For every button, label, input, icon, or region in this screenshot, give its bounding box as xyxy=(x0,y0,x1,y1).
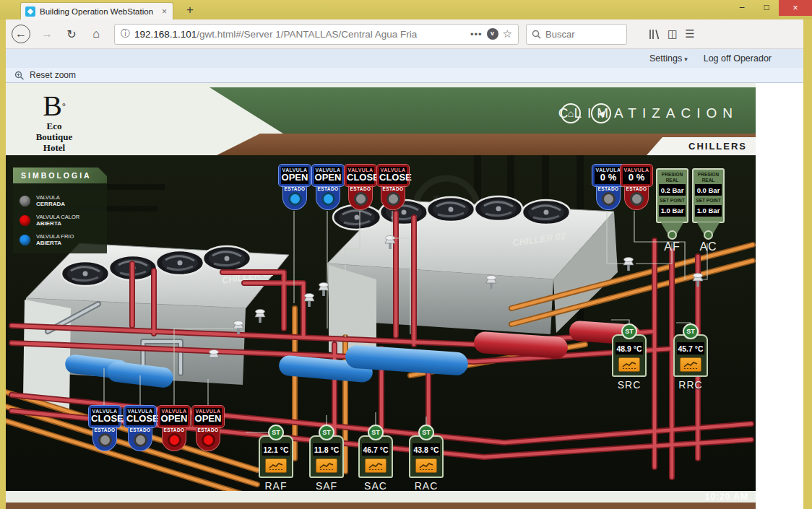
clock: 10:20 AM xyxy=(705,492,748,502)
valve-status-indicator xyxy=(602,192,616,206)
panel-node xyxy=(704,230,713,240)
temperature-value: 46.7 °C xyxy=(362,443,389,456)
valve-tag-chiller1-heat-1[interactable]: VALVULAOPEN ESTADO xyxy=(158,406,190,451)
valve-status-indicator xyxy=(288,192,302,206)
valve-tag-analog-cold[interactable]: VALVULA0 % ESTADO xyxy=(592,165,624,210)
sensor-tag-label: SRC xyxy=(612,379,647,391)
legend-panel: SIMBOLOGIA VALVULACERRADA VALVULA CALORA… xyxy=(13,168,107,253)
reset-zoom-label: Reset zoom xyxy=(30,70,76,80)
forward-button[interactable]: → xyxy=(36,23,58,45)
valve-tag-chiller2-heat-1[interactable]: VALVULACLOSE ESTADO xyxy=(345,165,376,210)
valve-tag-chiller1-heat-2[interactable]: VALVULAOPEN ESTADO xyxy=(192,406,224,451)
legend-item-closed: VALVULACERRADA xyxy=(20,194,103,207)
sensor-type-badge: ST xyxy=(368,425,384,440)
page-actions-icon[interactable]: ••• xyxy=(470,29,483,40)
sensor-tag-label: SAF xyxy=(309,480,344,492)
header-brown-band xyxy=(6,134,756,155)
hotel-logo: B° Eco Boutique Hotel xyxy=(23,92,85,153)
sensor-type-badge: ST xyxy=(319,425,334,440)
pressure-setpoint-value: 1.0 Bar xyxy=(659,205,686,217)
pressure-tag-label: AF xyxy=(656,240,688,253)
settings-caret-icon: ▾ xyxy=(684,56,688,63)
back-button[interactable]: ← xyxy=(12,25,30,43)
reload-button[interactable]: ↻ xyxy=(61,23,82,45)
reset-zoom-bar[interactable]: Reset zoom xyxy=(6,68,803,83)
site-info-icon[interactable]: ⓘ xyxy=(121,27,130,40)
sensor-tag-label: SAC xyxy=(358,480,393,492)
pressure-setpoint-value: 1.0 Bar xyxy=(695,205,722,217)
valve-tag-analog-heat[interactable]: VALVULA0 % ESTADO xyxy=(621,165,652,210)
search-box[interactable] xyxy=(526,24,627,45)
trend-button[interactable] xyxy=(365,458,386,473)
browser-toolbar: ← → ↻ ⌂ ⓘ 192.168.1.101/gwt.html#/Server… xyxy=(6,19,803,49)
sensor-tag-label: RAF xyxy=(259,480,293,492)
url-text: 192.168.1.101/gwt.html#/Server 1/PANTALL… xyxy=(134,29,466,40)
hmi-canvas: B° Eco Boutique Hotel ⌂ ◀ CLIMATIZACION … xyxy=(6,83,756,509)
temperature-value: 48.9 °C xyxy=(616,342,643,354)
settings-menu[interactable]: Settings▾ xyxy=(649,53,688,64)
valve-tag-chiller1-cold-2[interactable]: VALVULACLOSE ESTADO xyxy=(124,406,156,451)
pocket-icon[interactable]: v xyxy=(487,28,498,40)
new-tab-button[interactable]: + xyxy=(181,3,199,19)
url-bar[interactable]: ⓘ 192.168.1.101/gwt.html#/Server 1/PANTA… xyxy=(114,24,519,45)
heat-open-valve-dot xyxy=(20,215,30,226)
valve-tag-chiller2-cold-1[interactable]: VALVULAOPEN ESTADO xyxy=(279,165,311,210)
sensor-type-badge: ST xyxy=(268,425,284,440)
panel-node xyxy=(668,230,677,240)
temperature-value: 43.8 °C xyxy=(413,443,440,456)
trend-icon xyxy=(621,360,637,370)
browser-tab[interactable]: Building Operation WebStation × xyxy=(20,2,173,19)
valve-status-indicator xyxy=(630,192,644,206)
session-bar: Settings▾ Log off Operador xyxy=(6,49,803,68)
search-icon xyxy=(532,30,541,39)
pressure-panel-ac[interactable]: PRESION REAL 0.0 Bar SET POINT 1.0 Bar A… xyxy=(692,168,725,253)
trend-button[interactable] xyxy=(265,458,287,473)
sidebar-icon[interactable]: ◫ xyxy=(668,27,678,40)
trend-icon xyxy=(418,461,434,471)
valve-status-indicator xyxy=(134,433,147,447)
library-icon[interactable] xyxy=(649,29,660,40)
pressure-panel-af[interactable]: PRESION REAL 0.2 Bar SET POINT 1.0 Bar A… xyxy=(656,168,688,253)
valve-status-indicator xyxy=(202,433,215,447)
trend-button[interactable] xyxy=(618,357,640,372)
valve-status-indicator xyxy=(386,192,400,206)
logoff-link[interactable]: Log off Operador xyxy=(704,53,772,64)
window-close-button[interactable]: × xyxy=(779,0,812,16)
webstation-favicon xyxy=(25,6,35,17)
valve-tag-chiller2-cold-2[interactable]: VALVULAOPEN ESTADO xyxy=(312,165,344,210)
page-tab-chillers: CHILLERS xyxy=(647,137,756,155)
valve-status-indicator xyxy=(98,433,112,447)
valve-status-indicator xyxy=(354,192,368,206)
home-button[interactable]: ⌂ xyxy=(85,23,107,45)
legend-item-heat-open: VALVULA CALORABIERTA xyxy=(20,214,103,227)
tab-close-icon[interactable]: × xyxy=(160,6,168,17)
sensor-tag-label: RRC xyxy=(673,379,708,391)
bookmark-star-icon[interactable]: ☆ xyxy=(503,27,512,40)
trend-icon xyxy=(368,461,384,471)
valve-tag-chiller2-heat-2[interactable]: VALVULACLOSE ESTADO xyxy=(377,165,409,210)
hmi-footer-bar: 10:20 AM xyxy=(6,491,756,503)
temperature-value: 45.7 °C xyxy=(677,342,704,354)
valve-status-indicator xyxy=(321,192,335,206)
hmi-footer-stripe xyxy=(6,503,756,509)
sensor-sac: ST 46.7 °C SAC xyxy=(358,425,393,492)
valve-tag-chiller1-cold-1[interactable]: VALVULACLOSE ESTADO xyxy=(89,406,121,451)
trend-icon xyxy=(683,360,699,370)
sensor-rrc: ST 45.7 °C RRC xyxy=(673,323,708,391)
trend-button[interactable] xyxy=(415,458,437,473)
sensor-type-badge: ST xyxy=(621,323,637,339)
url-host: 192.168.1.101 xyxy=(134,29,196,40)
pressure-real-value: 0.0 Bar xyxy=(695,184,722,196)
window-minimize-button[interactable]: – xyxy=(730,0,754,16)
menu-icon[interactable]: ☰ xyxy=(685,27,694,40)
trend-icon xyxy=(319,461,334,471)
pressure-tag-label: AC xyxy=(692,240,725,253)
sensor-type-badge: ST xyxy=(683,323,699,339)
cold-open-valve-dot xyxy=(20,235,30,245)
sensor-saf: ST 11.8 °C SAF xyxy=(309,425,344,492)
window-maximize-button[interactable]: □ xyxy=(754,0,779,16)
trend-button[interactable] xyxy=(680,357,701,372)
trend-button[interactable] xyxy=(316,458,337,473)
search-input[interactable] xyxy=(545,29,621,40)
closed-valve-dot xyxy=(20,196,30,206)
